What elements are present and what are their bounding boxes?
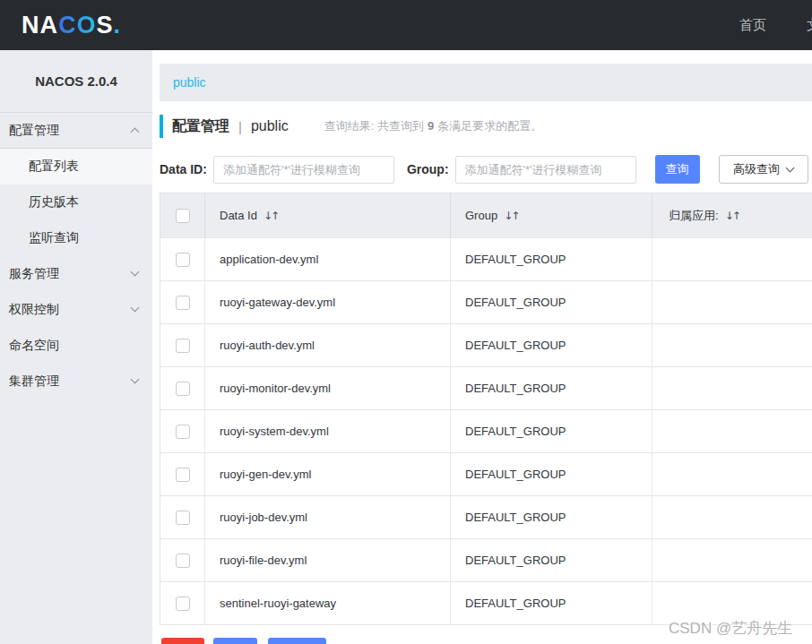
title-namespace: public [251,118,289,134]
title-accent-bar [160,115,163,138]
sidebar-item-config-list[interactable]: 配置列表 [0,149,152,185]
table-row: ruoyi-auth-dev.yml DEFAULT_GROUP [160,324,812,367]
action-button-blue-1[interactable] [213,638,257,644]
column-header-app[interactable]: 归属应用: [652,193,812,238]
table-row: ruoyi-monitor-dev.yml DEFAULT_GROUP [160,367,812,410]
sidebar-version-title: NACOS 2.0.4 [0,50,152,113]
row-checkbox[interactable] [176,511,190,525]
column-header-group[interactable]: Group [451,193,652,238]
select-all-checkbox[interactable] [176,209,190,223]
cell-group: DEFAULT_GROUP [451,324,652,367]
action-button-blue-2[interactable] [268,638,326,644]
table-row: application-dev.yml DEFAULT_GROUP [160,238,812,281]
logo-dot: . [114,12,122,39]
row-checkbox[interactable] [176,382,190,396]
cell-group: DEFAULT_GROUP [451,539,652,582]
title-separator: | [238,119,242,134]
column-label: Group [465,209,497,222]
sidebar-item-label: 集群管理 [9,374,59,390]
sidebar-item-label: 权限控制 [9,302,59,318]
sort-icon[interactable] [497,209,518,222]
query-result-text: 查询结果: 共查询到9条满足要求的配置。 [324,118,542,134]
nav-item-docs[interactable]: 文 [807,17,812,34]
namespace-tab-bar: public [160,64,812,101]
cell-app [652,367,812,410]
column-header-data-id[interactable]: Data Id [205,193,451,238]
chevron-down-icon [131,375,140,384]
sidebar-item-label: 配置管理 [9,123,59,139]
table-row: ruoyi-system-dev.yml DEFAULT_GROUP [160,410,812,453]
cell-app [652,539,812,582]
cell-group: DEFAULT_GROUP [451,453,652,496]
search-toolbar: Data ID: Group: 查询 高级查询 [160,155,808,184]
table-row: ruoyi-file-dev.yml DEFAULT_GROUP [160,539,812,582]
result-count: 9 [428,119,434,133]
column-label: Data Id [220,209,257,222]
column-label: 归属应用: [669,208,719,224]
group-input[interactable] [455,156,636,184]
cell-data-id: ruoyi-gen-dev.yml [205,453,451,496]
chevron-down-icon [786,164,795,173]
sort-icon[interactable] [719,209,739,222]
page-title: 配置管理 [172,117,229,136]
chevron-up-icon [131,128,140,137]
table-header-row: Data Id Group 归属应用: [160,193,812,238]
cell-group: DEFAULT_GROUP [451,238,652,281]
cell-group: DEFAULT_GROUP [451,281,652,324]
group-label: Group: [407,162,449,176]
main-content: public 配置管理 | public 查询结果: 共查询到9条满足要求的配置… [152,50,812,644]
cell-app [652,281,812,324]
cell-data-id: ruoyi-gateway-dev.yml [205,281,451,324]
cell-app [652,324,812,367]
sort-icon[interactable] [257,209,278,222]
chevron-down-icon [131,268,140,277]
sidebar-item-permission-control[interactable]: 权限控制 [0,292,152,328]
data-id-input[interactable] [213,156,394,184]
row-checkbox[interactable] [176,296,190,310]
table-row: ruoyi-gen-dev.yml DEFAULT_GROUP [160,453,812,496]
row-checkbox[interactable] [176,468,190,482]
result-suffix: 条满足要求的配置。 [437,119,542,133]
row-checkbox[interactable] [176,554,190,568]
logo-text-na: NA [22,12,58,39]
cell-group: DEFAULT_GROUP [451,367,652,410]
row-checkbox[interactable] [176,597,190,611]
action-button-red[interactable] [161,638,204,644]
cell-data-id: application-dev.yml [205,238,451,281]
sidebar-item-history[interactable]: 历史版本 [0,185,152,220]
row-checkbox[interactable] [176,253,190,267]
top-nav: 首页 文 [739,0,812,50]
sidebar-item-label: 服务管理 [9,266,59,282]
advanced-query-button[interactable]: 高级查询 [719,155,808,184]
sidebar-item-service-management[interactable]: 服务管理 [0,256,152,292]
cell-data-id: ruoyi-job-dev.yml [205,496,451,539]
logo-text-s: S [97,12,114,39]
cell-data-id: ruoyi-auth-dev.yml [205,324,451,367]
nav-item-home[interactable]: 首页 [739,17,766,34]
sidebar-item-listener-query[interactable]: 监听查询 [0,220,152,256]
cell-data-id: sentinel-ruoyi-gateway [205,582,451,625]
cell-data-id: ruoyi-file-dev.yml [205,539,451,582]
query-button[interactable]: 查询 [655,155,700,184]
sidebar-item-label: 历史版本 [29,194,79,210]
logo-text-co: CO [58,12,97,39]
cell-group: DEFAULT_GROUP [451,410,652,453]
cell-app [652,496,812,539]
chevron-down-icon [131,304,140,313]
nacos-logo: NACOS. [22,12,121,39]
sidebar-item-config-management[interactable]: 配置管理 [0,113,152,149]
row-checkbox[interactable] [176,339,190,353]
table-row: ruoyi-gateway-dev.yml DEFAULT_GROUP [160,281,812,324]
top-header-bar: NACOS. 首页 文 [0,0,812,50]
row-checkbox[interactable] [176,425,190,439]
sidebar-item-cluster-management[interactable]: 集群管理 [0,364,152,399]
result-prefix: 查询结果: 共查询到 [324,119,424,133]
cell-app [652,410,812,453]
sidebar-item-namespace[interactable]: 命名空间 [0,328,152,364]
cell-group: DEFAULT_GROUP [451,496,652,539]
sidebar-item-label: 配置列表 [29,159,79,175]
sidebar: NACOS 2.0.4 配置管理 配置列表 历史版本 监听查询 服务管理 权限控… [0,50,152,644]
bottom-action-bar [161,638,326,644]
namespace-tab-public[interactable]: public [173,75,206,90]
cell-group: DEFAULT_GROUP [451,582,652,625]
